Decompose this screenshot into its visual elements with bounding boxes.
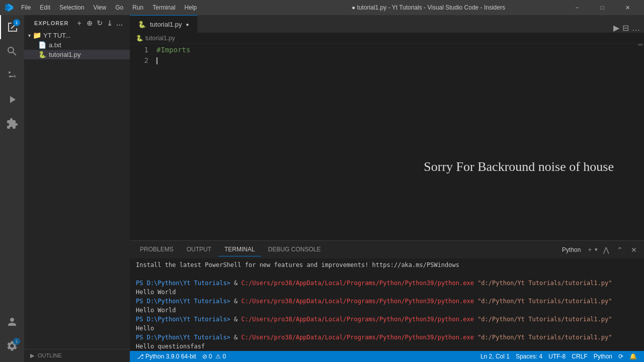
warnings-count: 0 <box>222 353 226 360</box>
scroll-thumb <box>638 44 643 46</box>
activity-source-control[interactable] <box>0 63 24 87</box>
warnings-icon: ⚠ <box>215 353 221 360</box>
outline-section[interactable]: ▶ OUTLINE <box>24 349 130 362</box>
root-folder[interactable]: ▾ 📁 YT TUT... <box>24 30 130 40</box>
folder-icon: 📁 <box>33 31 41 39</box>
terminal-line-5: Hello World <box>136 306 638 315</box>
folder-tree: ▾ 📁 YT TUT... 📄 a.txt 🐍 tutorial1.py <box>24 29 130 349</box>
line-number-1: 1 <box>138 45 148 55</box>
cursor-position-label: Ln 2, Col 1 <box>480 353 510 360</box>
menu-run[interactable]: Run <box>128 3 147 12</box>
menu-selection[interactable]: Selection <box>55 3 88 12</box>
line-ending-label: CRLF <box>572 353 587 360</box>
code-editor[interactable]: 1 2 #Imports Sorry For Backround noise o… <box>130 44 644 240</box>
tab-output[interactable]: OUTPUT <box>181 243 217 256</box>
panel-close-button[interactable]: ✕ <box>628 244 640 256</box>
new-folder-icon[interactable]: ⊕ <box>86 19 94 27</box>
status-git-branch[interactable]: ⎇ Python 3.9.0 64-bit <box>134 351 199 362</box>
errors-count: 0 <box>209 353 212 360</box>
activity-run-debug[interactable] <box>0 87 24 112</box>
sidebar: EXPLORER + ⊕ ↻ ⤓ … ▾ 📁 YT TUT... 📄 a.txt… <box>24 15 130 362</box>
status-line-ending[interactable]: CRLF <box>569 351 590 362</box>
indentation-label: Spaces: 4 <box>516 353 542 360</box>
txt-file-icon: 📄 <box>38 41 46 49</box>
new-file-icon[interactable]: + <box>75 19 84 27</box>
explorer-badge: 1 <box>13 19 20 26</box>
status-cursor-position[interactable]: Ln 2, Col 1 <box>477 351 513 362</box>
activity-bar: 1 <box>0 15 24 362</box>
terminal-line-3: Hello World <box>136 288 638 297</box>
status-language[interactable]: Python <box>591 351 615 362</box>
menu-view[interactable]: View <box>89 3 110 12</box>
breadcrumb: 🐍 tutorial1.py <box>130 33 644 44</box>
sidebar-title: EXPLORER <box>34 20 69 26</box>
terminal-line-9: Hello questionsfasf <box>136 342 638 351</box>
status-bar: ⎇ Python 3.9.0 64-bit ⊘ 0 ⚠ 0 Ln 2, Col … <box>130 351 644 362</box>
terminal-content[interactable]: Install the latest PowerShell for new fe… <box>130 258 644 351</box>
minimize-button[interactable]: − <box>566 0 589 15</box>
panel-minimize-button[interactable]: ⋀ <box>600 244 612 256</box>
menu-help[interactable]: Help <box>181 3 201 12</box>
menu-bar: File Edit Selection View Go Run Terminal… <box>17 3 291 12</box>
more-editor-icon[interactable]: … <box>632 24 640 33</box>
menu-edit[interactable]: Edit <box>36 3 54 12</box>
status-indentation[interactable]: Spaces: 4 <box>513 351 545 362</box>
code-line-2 <box>152 55 644 66</box>
status-notification[interactable]: 🔔 <box>626 351 640 362</box>
activity-bottom: 1 <box>0 310 24 362</box>
status-sync[interactable]: ⟳ <box>615 351 626 362</box>
activity-explorer[interactable]: 1 <box>0 15 24 39</box>
terminal-line-0: Install the latest PowerShell for new fe… <box>136 260 638 269</box>
encoding-label: UTF-8 <box>548 353 566 360</box>
maximize-button[interactable]: □ <box>591 0 614 15</box>
folder-name: YT TUT... <box>43 32 70 39</box>
breadcrumb-file-icon: 🐍 <box>136 35 143 42</box>
terminal-line-8: PS D:\Python\Yt Tutorials> & C:/Users/pr… <box>136 333 638 342</box>
file-tutorial1-py[interactable]: 🐍 tutorial1.py <box>24 50 130 59</box>
terminal-line-6: PS D:\Python\Yt Tutorials> & C:/Users/pr… <box>136 315 638 324</box>
split-editor-icon[interactable]: ⊟ <box>622 23 629 33</box>
settings-badge: 1 <box>13 338 20 345</box>
breadcrumb-label: tutorial1.py <box>145 35 175 42</box>
terminal-dropdown-icon[interactable]: ▾ <box>595 246 598 253</box>
tab-bar: 🐍 tutorial1.py ● ▶ ⊟ … <box>130 15 644 33</box>
activity-settings[interactable]: 1 <box>0 334 24 358</box>
code-area[interactable]: #Imports <box>152 44 644 240</box>
status-encoding[interactable]: UTF-8 <box>545 351 569 362</box>
run-file-icon[interactable]: ▶ <box>613 23 619 33</box>
notification-icon: 🔔 <box>629 353 637 360</box>
tab-debug-console[interactable]: DEBUG CONSOLE <box>262 243 327 256</box>
git-branch-label: Python 3.9.0 64-bit <box>145 353 196 360</box>
panel-maximize-button[interactable]: ⌃ <box>614 244 626 256</box>
activity-search[interactable] <box>0 39 24 63</box>
line-number-2: 2 <box>138 55 148 66</box>
language-label: Python <box>594 353 612 360</box>
menu-go[interactable]: Go <box>111 3 127 12</box>
text-cursor <box>156 57 157 64</box>
menu-terminal[interactable]: Terminal <box>148 3 179 12</box>
refresh-icon[interactable]: ↻ <box>96 19 104 27</box>
tab-problems[interactable]: PROBLEMS <box>134 243 180 256</box>
py-file-icon: 🐍 <box>38 51 46 58</box>
file-tutorial1-py-label: tutorial1.py <box>49 51 81 58</box>
status-errors[interactable]: ⊘ 0 ⚠ 0 <box>199 351 229 362</box>
file-a-txt[interactable]: 📄 a.txt <box>24 40 130 50</box>
outline-arrow: ▶ <box>30 352 34 358</box>
git-branch-icon: ⎇ <box>137 353 144 360</box>
vscode-icon <box>5 4 13 12</box>
sync-icon: ⟳ <box>618 353 623 360</box>
tab-label: tutorial1.py <box>150 21 182 28</box>
terminal-plus-icon[interactable]: + <box>587 246 593 253</box>
tab-tutorial1-py[interactable]: 🐍 tutorial1.py ● <box>130 15 198 33</box>
tab-terminal[interactable]: TERMINAL <box>218 243 261 256</box>
menu-file[interactable]: File <box>17 3 35 12</box>
terminal-line-4: PS D:\Python\Yt Tutorials> & C:/Users/pr… <box>136 297 638 306</box>
scroll-indicator <box>637 44 644 240</box>
activity-accounts[interactable] <box>0 310 24 334</box>
activity-extensions[interactable] <box>0 112 24 136</box>
collapse-icon[interactable]: ⤓ <box>106 19 114 27</box>
status-right: Ln 2, Col 1 Spaces: 4 UTF-8 CRLF Python … <box>477 351 640 362</box>
close-button[interactable]: ✕ <box>616 0 639 15</box>
folder-arrow: ▾ <box>28 33 31 38</box>
more-actions-icon[interactable]: … <box>116 19 124 27</box>
